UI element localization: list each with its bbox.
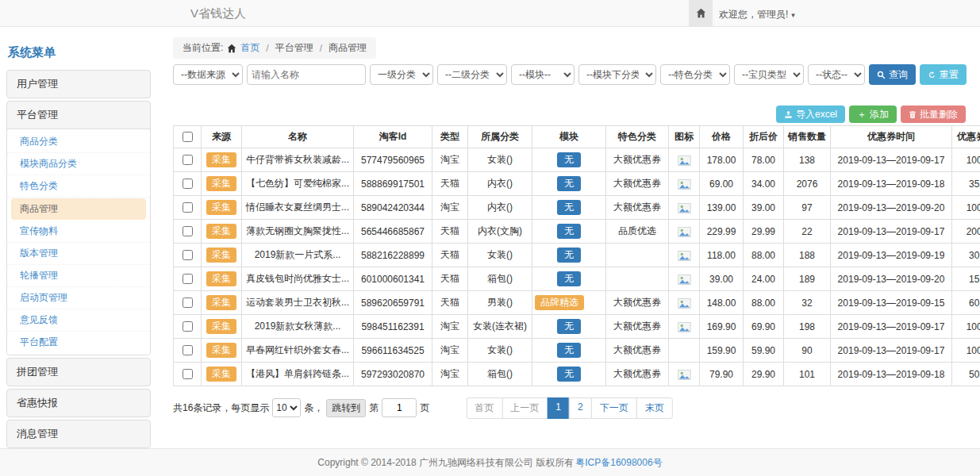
sidebar-group-header[interactable]: 平台管理: [7, 102, 150, 129]
sidebar-item[interactable]: 特色分类: [7, 175, 150, 198]
row-checkbox[interactable]: [183, 321, 193, 332]
sidebar-item[interactable]: 轮播管理: [7, 265, 150, 287]
row-checkbox[interactable]: [183, 226, 193, 236]
select-all-checkbox[interactable]: [183, 132, 193, 142]
home-icon: [227, 44, 236, 53]
sidebar-item[interactable]: 商品管理: [11, 198, 146, 220]
module-subcategory-select[interactable]: --模块下分类--: [578, 64, 656, 85]
column-header-camount: 优惠券金额: [952, 126, 980, 148]
pager-item[interactable]: 下一页: [591, 397, 637, 419]
row-checkbox[interactable]: [183, 369, 193, 379]
special-category-select[interactable]: --特色分类--: [660, 64, 730, 85]
jump-button[interactable]: 跳转到: [326, 399, 366, 417]
taoke-id-cell: 588869917501: [354, 172, 432, 196]
sidebar-group-header[interactable]: 消息管理: [7, 420, 150, 447]
home-icon: [696, 8, 706, 18]
level1-category-select[interactable]: 一级分类: [370, 64, 433, 85]
column-header-cat: 所属分类: [468, 126, 532, 148]
special-category-cell: 大额优惠券: [606, 172, 669, 196]
discount-price-cell: 59.90: [744, 339, 784, 363]
row-checkbox[interactable]: [183, 345, 193, 355]
name-input[interactable]: [247, 64, 366, 85]
filter-bar: --数据来源--一级分类--二级分类----模块----模块下分类----特色分…: [173, 64, 966, 85]
type-cell: 淘宝: [432, 196, 468, 220]
sidebar-item[interactable]: 版本管理: [7, 243, 150, 265]
module-badge: 无: [557, 200, 581, 215]
pager-item[interactable]: 首页: [466, 397, 502, 419]
row-checkbox[interactable]: [183, 178, 193, 189]
home-button[interactable]: [689, 0, 713, 26]
sidebar-item[interactable]: 宣传物料: [7, 221, 150, 243]
special-category-cell: 大额优惠券: [606, 315, 669, 339]
table-row: 采集2019新款女秋薄款...598451162391淘宝女装(连衣裙)无大额优…: [174, 315, 980, 339]
product-thumbnail-icon: [678, 298, 691, 309]
module-select[interactable]: --模块--: [511, 64, 575, 85]
icp-link[interactable]: 粤ICP备16098006号: [575, 456, 662, 470]
table-row: 采集真皮钱包时尚优雅女士...601000601341天猫箱包()无39.002…: [174, 267, 980, 291]
sidebar-item[interactable]: 商品分类: [7, 131, 150, 153]
sidebar-group: 用户管理: [6, 70, 151, 98]
row-checkbox[interactable]: [183, 274, 193, 284]
product-name-cell: 情侣睡衣女夏丝绸男士...: [242, 196, 354, 220]
coupon-time-cell: 2019-09-13—2019-09-17: [831, 315, 952, 339]
module-cell: 无: [532, 148, 606, 172]
price-cell: 229.99: [700, 220, 744, 244]
product-name-cell: 2019新款女秋薄款...: [242, 315, 354, 339]
sidebar-item[interactable]: 平台配置: [7, 332, 150, 353]
row-checkbox[interactable]: [183, 155, 193, 165]
page-summary: 共16条记录，每页显示 10 条， 跳转到 第 页: [173, 398, 429, 417]
discount-price-cell: 34.00: [744, 172, 784, 196]
column-header-module: 模块: [532, 126, 606, 148]
coupon-amount-cell: 100.00: [952, 196, 980, 220]
pager-item[interactable]: 1: [547, 397, 570, 419]
user-menu[interactable]: 欢迎您，管理员! ▾: [719, 8, 795, 21]
pager-item[interactable]: 2: [569, 397, 592, 419]
sidebar-group-header[interactable]: 拼团管理: [7, 359, 150, 386]
import-excel-button[interactable]: 导入excel: [776, 106, 845, 123]
coupon-time-cell: 2019-09-13—2019-09-18: [831, 363, 952, 386]
unit-text: 条，: [304, 401, 323, 415]
sidebar-group-header[interactable]: 省惠快报: [7, 390, 150, 416]
breadcrumb-home-link[interactable]: 首页: [240, 41, 259, 55]
row-checkbox[interactable]: [183, 298, 193, 308]
main-content: 当前位置: 首页 / 平台管理 / 商品管理 --数据来源--一级分类--二级分…: [167, 32, 972, 448]
coupon-amount-cell: 30.00: [952, 244, 980, 267]
reset-button[interactable]: 重置: [920, 64, 967, 85]
column-header-icon: 图标: [669, 126, 700, 148]
search-button[interactable]: 查询: [869, 64, 916, 85]
per-page-select[interactable]: 10: [272, 398, 301, 417]
source-badge: 采集: [206, 319, 236, 334]
taoke-id-cell: 598451162391: [354, 315, 432, 339]
taoke-id-cell: 577479560965: [354, 148, 432, 172]
import-excel-label: 导入excel: [796, 108, 837, 121]
price-cell: 169.90: [700, 315, 744, 339]
add-button[interactable]: ＋ 添加: [849, 106, 897, 123]
pager-item[interactable]: 上一页: [502, 397, 548, 419]
batch-delete-button[interactable]: 批量删除: [901, 106, 966, 123]
pager-item[interactable]: 末页: [636, 397, 673, 419]
source-select[interactable]: --数据来源--: [173, 64, 243, 85]
category-cell: 女装(): [468, 339, 532, 363]
sidebar-item[interactable]: 启动页管理: [7, 287, 150, 309]
coupon-amount-cell: 100.00: [952, 339, 980, 363]
sidebar-group-header[interactable]: 用户管理: [7, 71, 150, 98]
special-category-cell: 大额优惠券: [606, 339, 669, 363]
row-checkbox[interactable]: [183, 250, 193, 260]
discount-price-cell: 24.00: [744, 267, 784, 291]
sidebar-group: 平台管理商品分类模块商品分类特色分类商品管理宣传物料版本管理轮播管理启动页管理意…: [6, 101, 151, 355]
item-type-select[interactable]: --宝贝类型--: [734, 64, 804, 85]
row-select-cell: [174, 220, 202, 244]
coupon-time-cell: 2019-09-13—2019-09-20: [831, 267, 952, 291]
sidebar-item[interactable]: 模块商品分类: [7, 153, 150, 175]
level2-category-select[interactable]: --二级分类--: [437, 64, 507, 85]
status-select[interactable]: --状态--: [808, 64, 865, 85]
row-checkbox[interactable]: [183, 202, 193, 213]
special-category-cell: [606, 244, 669, 267]
sales-cell: 198: [784, 315, 831, 339]
price-cell: 139.00: [700, 196, 744, 220]
module-cell: 无: [532, 244, 606, 267]
price-cell: 178.00: [700, 148, 744, 172]
sidebar-item[interactable]: 意见反馈: [7, 309, 150, 332]
product-name-cell: 【七色纺】可爱纯棉家...: [242, 172, 354, 196]
jump-page-input[interactable]: [382, 398, 417, 417]
